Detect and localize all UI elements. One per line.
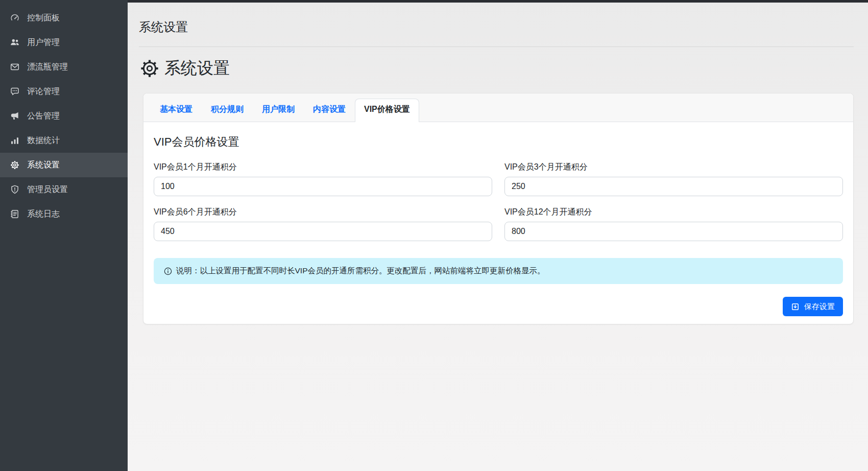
tab-points-rules[interactable]: 积分规则 — [202, 99, 253, 122]
sidebar-item-comments[interactable]: 评论管理 — [0, 79, 128, 104]
sidebar-item-label: 漂流瓶管理 — [27, 62, 68, 73]
tab-user-limits[interactable]: 用户限制 — [253, 99, 304, 122]
sidebar-item-users[interactable]: 用户管理 — [0, 30, 128, 55]
divider — [139, 46, 854, 47]
section-title: 系统设置 — [164, 57, 230, 80]
sidebar-item-label: 评论管理 — [27, 86, 60, 97]
field-vip-1month: VIP会员1个月开通积分 — [154, 162, 492, 196]
megaphone-icon — [10, 111, 19, 121]
settings-tabs-bar: 基本设置 积分规则 用户限制 内容设置 VIP价格设置 — [143, 93, 853, 122]
sidebar-item-announcements[interactable]: 公告管理 — [0, 104, 128, 128]
sidebar-item-label: 数据统计 — [27, 135, 60, 146]
vip-3month-input[interactable] — [504, 177, 843, 196]
sidebar-item-logs[interactable]: 系统日志 — [0, 202, 128, 226]
vip-12month-label: VIP会员12个月开通积分 — [504, 207, 843, 218]
main-area: 系统设置 系统设置 基本设置 积分规则 用户限 — [128, 0, 868, 471]
panel-title: VIP会员价格设置 — [154, 134, 843, 150]
info-circle-icon — [164, 267, 172, 275]
sidebar-item-bottles[interactable]: 漂流瓶管理 — [0, 55, 128, 79]
vip-12month-input[interactable] — [504, 222, 843, 241]
sidebar: 控制面板 用户管理 漂流瓶管理 — [0, 0, 128, 471]
sidebar-item-settings[interactable]: 系统设置 — [0, 153, 128, 177]
users-icon — [10, 38, 19, 47]
save-icon — [791, 302, 800, 311]
sidebar-item-statistics[interactable]: 数据统计 — [0, 128, 128, 153]
vip-1month-input[interactable] — [154, 177, 492, 196]
comment-icon — [10, 87, 19, 96]
save-settings-button[interactable]: 保存设置 — [783, 297, 843, 316]
vip-1month-label: VIP会员1个月开通积分 — [154, 162, 492, 173]
shield-icon — [10, 185, 19, 194]
field-vip-12month: VIP会员12个月开通积分 — [504, 207, 843, 241]
speedometer-icon — [10, 13, 19, 22]
journal-icon — [10, 209, 19, 219]
sidebar-item-label: 公告管理 — [27, 111, 60, 122]
info-alert: 说明：以上设置用于配置不同时长VIP会员的开通所需积分。更改配置后，网站前端将立… — [154, 258, 843, 284]
sidebar-item-admin[interactable]: 管理员设置 — [0, 177, 128, 202]
tab-vip-pricing[interactable]: VIP价格设置 — [355, 99, 419, 122]
sidebar-item-label: 用户管理 — [27, 37, 60, 48]
vip-6month-input[interactable] — [154, 222, 492, 241]
settings-card: 基本设置 积分规则 用户限制 内容设置 VIP价格设置 VIP会员价格设置 VI… — [143, 93, 854, 324]
info-alert-text: 说明：以上设置用于配置不同时长VIP会员的开通所需积分。更改配置后，网站前端将立… — [176, 266, 545, 276]
sidebar-item-label: 管理员设置 — [27, 184, 68, 195]
tab-content-settings[interactable]: 内容设置 — [304, 99, 355, 122]
vip-6month-label: VIP会员6个月开通积分 — [154, 207, 492, 218]
sidebar-item-dashboard[interactable]: 控制面板 — [0, 6, 128, 30]
field-vip-3month: VIP会员3个月开通积分 — [504, 162, 843, 196]
bar-chart-icon — [10, 136, 19, 145]
gear-icon — [10, 160, 19, 170]
vip-pricing-panel: VIP会员价格设置 VIP会员1个月开通积分 VIP会员3个月开通积分 VIP会… — [143, 122, 853, 324]
gear-icon — [140, 59, 159, 78]
sidebar-item-label: 系统设置 — [27, 160, 60, 171]
page-title: 系统设置 — [139, 19, 854, 35]
save-button-label: 保存设置 — [804, 302, 835, 312]
sidebar-item-label: 系统日志 — [27, 209, 60, 220]
vip-3month-label: VIP会员3个月开通积分 — [504, 162, 843, 173]
tab-basic-settings[interactable]: 基本设置 — [151, 99, 202, 122]
envelope-icon — [10, 62, 19, 72]
section-heading: 系统设置 — [140, 57, 854, 80]
sidebar-item-label: 控制面板 — [27, 13, 60, 23]
field-vip-6month: VIP会员6个月开通积分 — [154, 207, 492, 241]
